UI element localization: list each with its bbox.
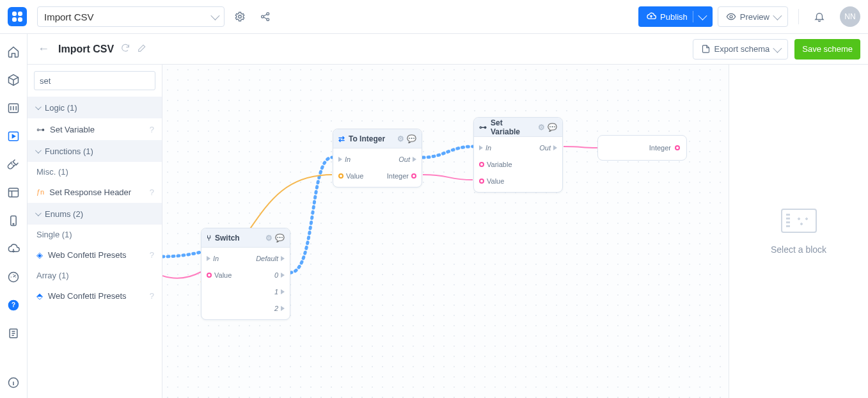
node-to-integer[interactable]: ⇄ To Integer ⚙💬 InOut ValueInteger <box>333 129 422 187</box>
topbar: Import CSV Publish Preview NN <box>0 0 868 34</box>
back-button[interactable]: ← <box>35 42 52 56</box>
node-switch[interactable]: ⑂ Switch ⚙💬 InDefault Value0 1 2 <box>201 228 290 320</box>
rail-mobile-icon[interactable] <box>6 213 21 228</box>
edit-icon[interactable] <box>137 43 147 55</box>
rail-home-icon[interactable] <box>6 44 21 60</box>
diamond-multi-icon: ⬘ <box>36 291 43 301</box>
rail-info-icon[interactable] <box>6 375 21 390</box>
project-name: Import CSV <box>44 12 94 22</box>
rail-help-icon[interactable]: ? <box>6 298 21 313</box>
rail-play-icon[interactable] <box>6 129 21 144</box>
export-schema-button[interactable]: Export schema <box>693 39 789 60</box>
flow-canvas[interactable]: ⑂ Switch ⚙💬 InDefault Value0 1 2 <box>162 65 729 398</box>
nav-rail: ? <box>0 34 28 398</box>
svg-point-0 <box>239 15 242 19</box>
node-settings-icon[interactable]: ⚙ <box>538 123 545 132</box>
node-title: To Integer <box>349 134 385 143</box>
palette-item-confetti-array[interactable]: ⬘Web Confetti Presets ? <box>28 285 162 306</box>
svg-rect-7 <box>9 188 19 196</box>
svg-text:?: ? <box>12 301 15 308</box>
rail-book-icon[interactable] <box>6 326 21 341</box>
share-icon[interactable] <box>255 6 276 27</box>
inspector-placeholder-text: Select a block <box>771 244 826 255</box>
app-logo[interactable] <box>8 7 27 26</box>
branch-icon: ⑂ <box>207 234 211 243</box>
node-title: Set Variable <box>491 118 534 136</box>
chevron-down-icon <box>210 12 219 20</box>
chevron-down-icon <box>773 12 782 20</box>
help-icon: ? <box>150 250 154 260</box>
rail-layout-icon[interactable] <box>6 185 21 200</box>
diamond-icon: ◈ <box>36 250 43 260</box>
project-select[interactable]: Import CSV <box>37 6 225 27</box>
node-set-variable[interactable]: ⊶ Set Variable ⚙💬 InOut Variable Value <box>473 117 563 193</box>
save-scheme-label: Save scheme <box>802 44 853 54</box>
palette-search-input[interactable] <box>34 71 155 90</box>
node-settings-icon[interactable]: ⚙ <box>265 234 272 243</box>
palette-subcat-misc[interactable]: Misc. (1) <box>28 162 162 181</box>
palette-category-functions[interactable]: Functions (1) <box>28 140 162 162</box>
palette-subcat-array[interactable]: Array (1) <box>28 266 162 285</box>
node-comment-icon[interactable]: 💬 <box>407 134 416 143</box>
node-comment-icon[interactable]: 💬 <box>548 123 557 132</box>
inspector-panel: Select a block <box>729 65 868 398</box>
help-icon: ? <box>150 291 154 301</box>
block-palette: Logic (1) ⊶Set Variable ? Functions (1) … <box>28 65 162 398</box>
rail-gauge-icon[interactable] <box>6 269 21 285</box>
help-icon: ? <box>150 187 154 197</box>
rail-plug-icon[interactable] <box>6 157 21 172</box>
result-label: Integer <box>649 144 671 152</box>
palette-item-confetti-single[interactable]: ◈Web Confetti Presets ? <box>28 244 162 266</box>
save-scheme-button[interactable]: Save scheme <box>794 39 860 60</box>
link-icon: ⊶ <box>479 123 487 132</box>
chevron-down-icon <box>773 44 782 52</box>
publish-label: Publish <box>660 12 688 22</box>
rail-board-icon[interactable] <box>6 100 21 116</box>
publish-button[interactable]: Publish <box>638 6 713 27</box>
palette-category-logic[interactable]: Logic (1) <box>28 97 162 118</box>
chevron-down-icon <box>698 12 707 20</box>
node-result-integer[interactable]: Integer <box>597 135 687 161</box>
palette-item-set-variable[interactable]: ⊶Set Variable ? <box>28 118 162 140</box>
node-comment-icon[interactable]: 💬 <box>275 234 285 243</box>
inspector-placeholder-icon <box>781 209 817 233</box>
export-schema-label: Export schema <box>714 44 770 54</box>
convert-icon: ⇄ <box>338 134 345 143</box>
svg-point-9 <box>13 223 14 225</box>
fn-icon: ƒn <box>36 188 44 196</box>
page-title: Import CSV <box>58 44 114 55</box>
preview-label: Preview <box>740 12 769 22</box>
node-title: Switch <box>215 234 240 243</box>
link-icon: ⊶ <box>36 125 45 134</box>
palette-subcat-single[interactable]: Single (1) <box>28 225 162 244</box>
sync-icon[interactable] <box>120 43 130 55</box>
help-icon: ? <box>150 125 154 134</box>
page-header: ← Import CSV Export schema Save scheme <box>28 34 868 65</box>
svg-point-4 <box>730 15 732 18</box>
user-avatar[interactable]: NN <box>840 6 860 27</box>
palette-category-enums[interactable]: Enums (2) <box>28 203 162 225</box>
preview-button[interactable]: Preview <box>718 6 788 27</box>
settings-icon[interactable] <box>230 6 250 27</box>
notifications-icon[interactable] <box>809 6 830 27</box>
rail-cube-icon[interactable] <box>6 72 21 88</box>
palette-item-set-response-header[interactable]: ƒnSet Response Header ? <box>28 181 162 203</box>
node-settings-icon[interactable]: ⚙ <box>397 134 404 143</box>
rail-cloud-icon[interactable] <box>6 241 21 257</box>
